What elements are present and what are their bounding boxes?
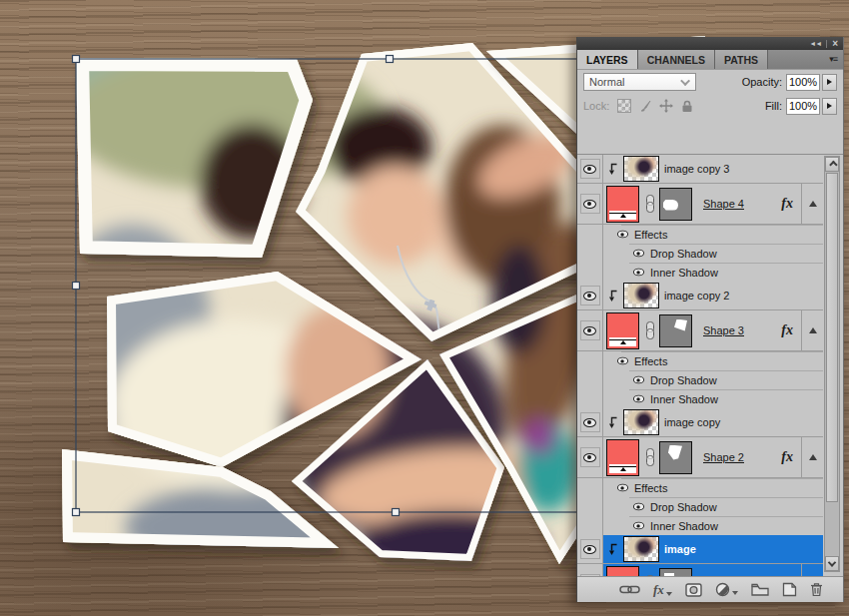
fill-input[interactable]: 100% (786, 98, 820, 115)
effect-item-row[interactable]: Drop Shadow (577, 497, 823, 516)
layer-name[interactable]: Shape 2 (703, 451, 744, 463)
opacity-input[interactable]: 100% (786, 74, 820, 91)
add-layer-style-icon[interactable]: fx (653, 582, 672, 598)
eye-icon[interactable] (617, 357, 628, 365)
toggle-visibility-button[interactable] (580, 159, 600, 179)
layer-style-fx-badge[interactable]: fx (781, 196, 796, 212)
layer-row-image[interactable]: image copy (577, 408, 823, 437)
link-mask-chain-icon[interactable] (644, 321, 654, 339)
tab-paths[interactable]: PATHS (715, 50, 768, 69)
lock-paint-brush-icon[interactable] (638, 99, 652, 113)
layer-thumbnail[interactable] (623, 283, 659, 308)
tab-channels[interactable]: CHANNELS (638, 50, 715, 69)
effect-item-row[interactable]: Inner Shadow (577, 516, 823, 535)
toggle-visibility-button[interactable] (580, 286, 600, 306)
layers-scrollbar[interactable] (824, 156, 840, 572)
effect-name[interactable]: Drop Shadow (650, 374, 717, 386)
toggle-visibility-button[interactable] (580, 320, 600, 340)
vector-mask-thumbnail[interactable] (659, 568, 692, 577)
eye-icon[interactable] (633, 376, 644, 384)
opacity-slider-button[interactable] (822, 74, 837, 91)
effect-name[interactable]: Inner Shadow (650, 393, 718, 405)
effect-item-row[interactable]: Inner Shadow (577, 263, 823, 282)
effects-header-row[interactable]: Effects (577, 351, 823, 370)
eye-icon[interactable] (617, 231, 628, 239)
layer-thumbnail[interactable] (623, 536, 659, 562)
layer-row-shape[interactable]: Shape 1 fx (577, 564, 823, 576)
effect-item-row[interactable]: Inner Shadow (577, 389, 823, 408)
effect-item-row[interactable]: Drop Shadow (577, 244, 823, 263)
layer-row-image[interactable]: image copy 2 (577, 282, 823, 310)
effects-header-row[interactable]: Effects (577, 225, 823, 244)
eye-icon[interactable] (633, 250, 644, 258)
effects-header-row[interactable]: Effects (577, 478, 823, 497)
collapse-effects-arrow[interactable] (807, 327, 819, 333)
effects-label[interactable]: Effects (634, 229, 667, 241)
lock-position-move-icon[interactable] (659, 99, 673, 113)
eye-icon[interactable] (633, 269, 644, 277)
new-adjustment-layer-icon[interactable] (715, 582, 738, 597)
toggle-visibility-button[interactable] (580, 194, 600, 214)
eye-icon[interactable] (633, 522, 644, 530)
fill-slider-button[interactable] (822, 98, 837, 115)
blend-mode-select[interactable]: Normal (583, 73, 696, 91)
new-group-folder-icon[interactable] (751, 583, 769, 596)
toggle-visibility-button[interactable] (580, 447, 600, 467)
vector-mask-thumbnail[interactable] (659, 188, 692, 221)
fill-layer-thumbnail[interactable] (606, 566, 639, 577)
effect-name[interactable]: Drop Shadow (650, 248, 717, 260)
layer-name[interactable]: image copy 3 (664, 163, 729, 175)
opacity-label: Opacity: (742, 76, 782, 88)
lock-transparency-icon[interactable] (617, 99, 631, 113)
effect-item-row[interactable]: Drop Shadow (577, 370, 823, 389)
eye-icon[interactable] (617, 484, 628, 492)
collapse-effects-arrow[interactable] (807, 454, 819, 460)
close-panel-icon[interactable]: × (832, 39, 838, 49)
layer-style-fx-badge[interactable]: fx (781, 322, 796, 338)
fill-layer-thumbnail[interactable] (606, 186, 639, 223)
effect-name[interactable]: Inner Shadow (650, 520, 718, 532)
layer-name[interactable]: image copy 2 (664, 290, 729, 302)
layer-row-image[interactable]: image (577, 535, 823, 564)
panel-menu-icon[interactable]: ▾≡ (829, 54, 837, 64)
link-mask-chain-icon[interactable] (644, 448, 654, 466)
scroll-down-button[interactable] (825, 556, 839, 571)
toggle-visibility-button[interactable] (580, 539, 600, 559)
link-mask-chain-icon[interactable] (644, 195, 654, 213)
add-layer-mask-icon[interactable] (685, 583, 702, 597)
effects-label[interactable]: Effects (634, 482, 667, 494)
layer-name[interactable]: image (664, 543, 696, 555)
vector-mask-thumbnail[interactable] (659, 314, 692, 347)
tab-layers[interactable]: LAYERS (577, 50, 638, 69)
vector-mask-thumbnail[interactable] (659, 441, 692, 474)
fill-layer-thumbnail[interactable] (606, 439, 639, 476)
effects-label[interactable]: Effects (634, 355, 667, 367)
scrollbar-thumb[interactable] (826, 173, 838, 502)
clipping-mask-arrow-icon (608, 290, 618, 303)
scroll-up-button[interactable] (825, 157, 839, 172)
delete-layer-trash-icon[interactable] (810, 582, 823, 597)
titlebar-divider (826, 40, 827, 48)
layer-thumbnail[interactable] (623, 409, 659, 435)
layer-name[interactable]: Shape 4 (703, 198, 744, 210)
link-layers-icon[interactable] (619, 584, 640, 595)
layer-row-shape[interactable]: Shape 2 fx (577, 437, 823, 478)
toggle-visibility-button[interactable] (580, 412, 600, 432)
eye-icon[interactable] (633, 395, 644, 403)
eye-icon[interactable] (633, 503, 644, 511)
layer-row-shape[interactable]: Shape 4 fx (577, 184, 823, 225)
lock-all-padlock-icon[interactable] (680, 99, 694, 113)
layer-style-fx-badge[interactable]: fx (781, 449, 796, 465)
layer-name[interactable]: image copy (664, 416, 720, 428)
collapse-panel-icon[interactable]: ◄◄ (809, 40, 821, 47)
layer-name[interactable]: Shape 3 (703, 324, 744, 336)
effect-name[interactable]: Drop Shadow (650, 501, 717, 513)
effect-name[interactable]: Inner Shadow (650, 267, 718, 279)
layer-row-image[interactable]: image copy 3 (577, 155, 823, 184)
collapse-effects-arrow[interactable] (807, 201, 819, 207)
layer-row-shape[interactable]: Shape 3 fx (577, 310, 823, 351)
transform-handle (393, 509, 400, 516)
layer-thumbnail[interactable] (623, 156, 659, 182)
new-layer-icon[interactable] (782, 582, 797, 597)
fill-layer-thumbnail[interactable] (606, 312, 639, 349)
